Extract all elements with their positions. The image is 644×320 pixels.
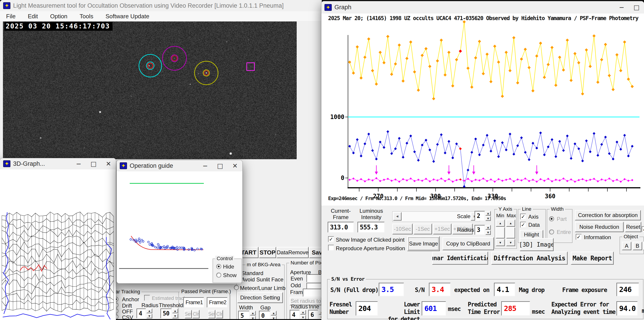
width-down-button[interactable]: ▼ bbox=[250, 316, 256, 319]
sn-field[interactable]: 3.4 bbox=[429, 283, 450, 296]
width-label: Width bbox=[239, 305, 253, 311]
sn-full-drop-field[interactable]: 3.5 bbox=[379, 283, 404, 296]
menu-edit[interactable]: Edit bbox=[22, 13, 44, 20]
image-3d-button[interactable]: [3D] Image bbox=[520, 238, 554, 251]
menu-file[interactable]: File bbox=[0, 13, 22, 20]
series-line-0 bbox=[350, 22, 632, 99]
tracking-threshold-down[interactable]: ▼ bbox=[172, 314, 178, 319]
minimize-icon[interactable]: − bbox=[614, 2, 629, 13]
tracking-threshold-field[interactable]: 50 bbox=[160, 309, 172, 319]
close-icon[interactable]: ✕ bbox=[101, 158, 116, 169]
lunar-identification-button[interactable]: Lunar Identification bbox=[432, 252, 488, 265]
maximize-icon[interactable]: □ bbox=[213, 160, 228, 171]
line-data-checkbox[interactable]: ✓ bbox=[520, 222, 526, 228]
frame1-field[interactable]: Frame1 bbox=[183, 297, 204, 308]
menu-tools[interactable]: Tools bbox=[74, 13, 100, 20]
width-entire-radio[interactable] bbox=[549, 229, 554, 234]
edge-checkbox[interactable]: ✓ bbox=[642, 226, 644, 232]
gap-field[interactable]: 0 bbox=[259, 311, 270, 319]
information-checkbox[interactable]: ✓ bbox=[576, 234, 582, 240]
minus-10sec-button[interactable]: -10Sec bbox=[392, 224, 412, 234]
main-titlebar[interactable]: ✦ Light Measurement tool for Occultation… bbox=[0, 0, 322, 11]
reset-button[interactable]: Reset bbox=[625, 222, 641, 232]
stop-button[interactable]: STOP bbox=[259, 247, 276, 258]
scale-field[interactable]: 2 bbox=[474, 211, 485, 221]
frame-field[interactable] bbox=[303, 289, 321, 297]
yaxis-min-down[interactable]: ▼ bbox=[496, 239, 505, 246]
width-up-button[interactable]: ▲ bbox=[250, 311, 256, 316]
save-button[interactable]: Save bbox=[309, 247, 322, 258]
line-axis-checkbox[interactable]: ✓ bbox=[520, 214, 526, 220]
radius-down-button[interactable]: ▼ bbox=[485, 230, 491, 235]
save-image-button[interactable]: Save Image bbox=[407, 236, 440, 251]
guide-titlebar[interactable]: ✦ Operation guide − □ ✕ bbox=[116, 160, 242, 171]
set1-button[interactable]: Set bbox=[184, 310, 192, 319]
control-show-radio[interactable] bbox=[216, 273, 221, 278]
yaxis-min-track[interactable] bbox=[496, 227, 505, 239]
show-image-checkbox[interactable]: ✓ bbox=[328, 236, 334, 242]
correction-absorption-button[interactable]: Correction for absorption bbox=[575, 210, 641, 220]
diffraction-analysis-button[interactable]: Diffraction Analysis bbox=[491, 252, 568, 265]
lower-limit-field[interactable]: 601 bbox=[422, 301, 446, 316]
close-icon[interactable]: ✕ bbox=[228, 160, 242, 171]
minimize-icon[interactable]: − bbox=[198, 160, 213, 171]
direction-setting-button[interactable]: Direction Setting bbox=[237, 292, 283, 303]
bkg-meteor-radio[interactable] bbox=[234, 285, 239, 290]
object-a-button[interactable]: A bbox=[622, 242, 631, 250]
expected-on-field[interactable]: 4.1 bbox=[494, 283, 515, 296]
yaxis-min-up[interactable]: ▲ bbox=[496, 220, 505, 227]
tracking-radius-up[interactable]: ▲ bbox=[146, 309, 152, 313]
width-part-radio[interactable] bbox=[549, 216, 554, 221]
maximize-icon[interactable]: □ bbox=[629, 2, 644, 13]
copy-clipboard-button[interactable]: Copy to ClipBoard bbox=[442, 237, 494, 250]
dataremove-button[interactable]: DataRemove bbox=[276, 247, 309, 258]
gap-down-button[interactable]: ▼ bbox=[271, 316, 276, 319]
yaxis-max-track[interactable] bbox=[506, 227, 515, 239]
gap-up-button[interactable]: ▲ bbox=[271, 311, 276, 316]
estimated-track-checkbox[interactable] bbox=[144, 295, 150, 301]
menu-option[interactable]: Option bbox=[44, 13, 74, 20]
scale-down-button[interactable]: ▼ bbox=[485, 216, 491, 221]
yaxis-max-up[interactable]: ▲ bbox=[506, 220, 515, 227]
predicted-field[interactable]: 285 bbox=[501, 301, 530, 316]
radius-up-button[interactable]: ▲ bbox=[485, 225, 491, 230]
even-field[interactable] bbox=[306, 274, 321, 282]
menu-software-update[interactable]: Software Update bbox=[100, 13, 156, 20]
tracking-radius-field[interactable]: 4 bbox=[136, 309, 146, 319]
reproduce-checkbox[interactable] bbox=[328, 245, 334, 251]
object-b-button[interactable]: B bbox=[633, 242, 642, 250]
inner-field[interactable]: 6 bbox=[308, 310, 318, 319]
set2-button[interactable]: Set bbox=[208, 310, 215, 319]
current-frame-field[interactable]: 313.0 bbox=[328, 222, 354, 233]
make-report-button[interactable]: Make Report bbox=[571, 252, 614, 265]
clr1-button[interactable]: Clr bbox=[192, 310, 200, 319]
graph-titlebar[interactable]: ✦ Graph − □ bbox=[321, 1, 644, 13]
clr2-button[interactable]: Clr bbox=[216, 310, 223, 319]
radius-field[interactable]: 3 bbox=[474, 225, 485, 235]
tracking-threshold-up[interactable]: ▲ bbox=[172, 309, 178, 313]
minus-1sec-button[interactable]: -1Sec bbox=[414, 224, 432, 234]
fresnel-field[interactable]: 204 bbox=[356, 301, 378, 316]
yaxis-max-down[interactable]: ▼ bbox=[506, 239, 515, 246]
radius2-field[interactable]: 4 bbox=[290, 310, 300, 319]
control-hide-radio[interactable] bbox=[216, 264, 221, 269]
tracking-radius-down[interactable]: ▼ bbox=[146, 314, 152, 319]
luminous-field[interactable]: 555.3 bbox=[358, 222, 384, 233]
video-frame[interactable]: 2025 03 20 15:46:17:703 bbox=[3, 21, 297, 159]
noise-reduction-button[interactable]: Noise Reduction bbox=[575, 222, 624, 232]
maximize-icon[interactable]: □ bbox=[86, 158, 101, 169]
scale-up-button[interactable]: ▲ bbox=[485, 211, 491, 216]
plus-1sec-button[interactable]: +1Sec bbox=[433, 224, 452, 234]
minimize-icon[interactable]: − bbox=[71, 158, 86, 169]
light-curve-chart[interactable]: 01000270300330360 bbox=[321, 13, 644, 204]
yaxis-min-label: Min bbox=[496, 213, 504, 219]
radius2-down-button[interactable]: ▼ bbox=[300, 315, 306, 319]
graph3d-titlebar[interactable]: ✦ 3D-Graph... − □ ✕ bbox=[0, 158, 116, 169]
frame-exposure-field[interactable]: 246 bbox=[616, 283, 639, 296]
expected-error-field[interactable]: 94.0 bbox=[616, 301, 638, 316]
frame2-field[interactable]: Frame2 bbox=[207, 297, 228, 308]
width-field[interactable]: 5 bbox=[238, 311, 250, 319]
radius2-up-button[interactable]: ▲ bbox=[300, 310, 306, 315]
scrollbar-left-arrow[interactable]: ◄ bbox=[393, 212, 402, 221]
object-c-button[interactable] bbox=[643, 242, 644, 250]
